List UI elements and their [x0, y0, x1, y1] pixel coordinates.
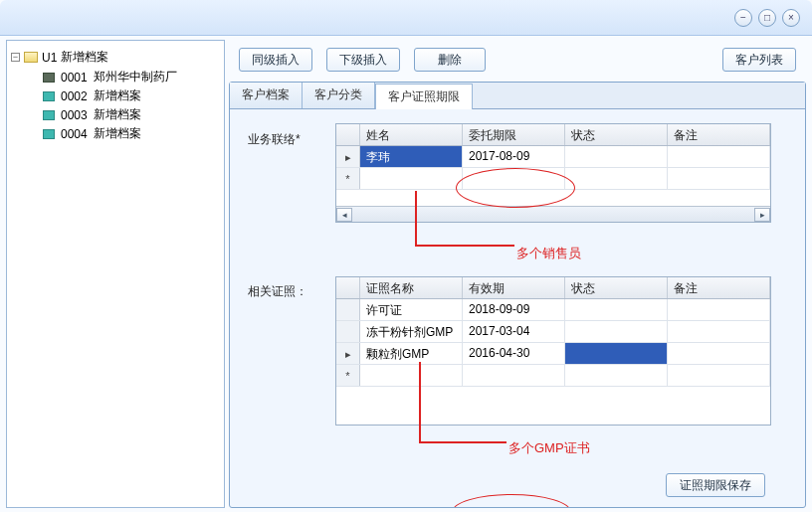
- insert-child-button[interactable]: 下级插入: [326, 48, 400, 72]
- record-icon: [43, 129, 55, 139]
- tree-item-0003[interactable]: 0003 新增档案: [11, 105, 220, 124]
- annotation-multi-sales: 多个销售员: [516, 245, 581, 262]
- delete-button[interactable]: 删除: [414, 48, 486, 72]
- tree-item-label: 新增档案: [94, 87, 141, 104]
- tree-item-0004[interactable]: 0004 新增档案: [11, 124, 220, 143]
- cell-cert[interactable]: 颗粒剂GMP: [360, 343, 463, 364]
- cell-note[interactable]: [668, 321, 770, 342]
- new-row[interactable]: *: [336, 168, 770, 190]
- cell-name[interactable]: 李玮: [360, 146, 463, 167]
- cell-note[interactable]: [668, 299, 770, 320]
- license-grid-header: 证照名称 有效期 状态 备注: [336, 277, 770, 299]
- tab-category[interactable]: 客户分类: [303, 83, 375, 108]
- cell-note[interactable]: [668, 146, 770, 167]
- horizontal-scrollbar[interactable]: ◂ ▸: [336, 206, 770, 222]
- col-note[interactable]: 备注: [668, 277, 770, 298]
- tree-item-label: 新增档案: [94, 106, 141, 123]
- record-icon: [43, 73, 55, 83]
- cell-status[interactable]: [565, 321, 668, 342]
- maximize-button[interactable]: □: [758, 9, 776, 27]
- save-license-button[interactable]: 证照期限保存: [666, 473, 765, 497]
- annotation-multi-gmp: 多个GMP证书: [508, 439, 590, 457]
- license-label: 相关证照：: [248, 283, 307, 300]
- col-status[interactable]: 状态: [565, 124, 668, 145]
- customer-list-button[interactable]: 客户列表: [722, 48, 796, 72]
- insert-same-button[interactable]: 同级插入: [239, 48, 312, 72]
- annotation-line: [419, 441, 507, 443]
- col-name[interactable]: 姓名: [360, 124, 463, 145]
- tree-item-label: 郑州华中制药厂: [94, 69, 177, 85]
- cell-cert[interactable]: 冻干粉针剂GMP: [360, 321, 463, 342]
- cell-status[interactable]: [565, 299, 668, 320]
- tab-license[interactable]: 客户证照期限: [375, 84, 473, 109]
- folder-icon: [24, 52, 38, 63]
- cell-valid[interactable]: 2016-04-30: [463, 343, 565, 364]
- contact-grid[interactable]: 姓名 委托期限 状态 备注 ▸ 李玮 2017-08-09 *: [335, 123, 771, 223]
- toolbar: 同级插入 下级插入 删除 客户列表: [229, 40, 806, 78]
- contact-grid-header: 姓名 委托期限 状态 备注: [336, 124, 770, 146]
- cell-valid[interactable]: 2017-03-04: [463, 321, 565, 342]
- tab-body: 业务联络* 相关证照： 姓名 委托期限 状态 备注 ▸ 李玮 2017-08-0…: [230, 109, 805, 507]
- cell-note[interactable]: [668, 343, 770, 364]
- license-grid[interactable]: 证照名称 有效期 状态 备注 许可证 2018-09-09 冻干: [335, 276, 771, 426]
- scroll-right-icon[interactable]: ▸: [754, 208, 770, 222]
- tree-item-label: 新增档案: [94, 125, 141, 142]
- contact-label: 业务联络*: [248, 131, 301, 148]
- record-icon: [43, 110, 55, 120]
- cell-date[interactable]: 2017-08-09: [463, 146, 565, 167]
- row-indicator-icon: ▸: [336, 343, 360, 364]
- minimize-button[interactable]: −: [734, 9, 752, 27]
- col-valid[interactable]: 有效期: [463, 277, 565, 298]
- tree-item-code: 0002: [61, 89, 88, 103]
- cell-valid[interactable]: 2018-09-09: [463, 299, 565, 320]
- tree-root-label: 新增档案: [61, 49, 108, 66]
- cell-status[interactable]: [565, 146, 668, 167]
- annotation-circle: [452, 494, 571, 507]
- record-icon: [43, 91, 55, 101]
- collapse-icon[interactable]: −: [11, 53, 20, 62]
- new-row-icon: *: [336, 168, 360, 189]
- tab-archive[interactable]: 客户档案: [230, 83, 303, 108]
- tree-root[interactable]: − U1 新增档案: [11, 49, 220, 66]
- tree-panel: − U1 新增档案 0001 郑州华中制药厂 0002 新增档案 0003 新增…: [6, 40, 225, 508]
- table-row[interactable]: ▸ 李玮 2017-08-09: [336, 146, 770, 168]
- table-row[interactable]: 冻干粉针剂GMP 2017-03-04: [336, 321, 770, 343]
- tree-item-code: 0004: [61, 127, 88, 141]
- tree-item-code: 0003: [61, 108, 88, 122]
- tree-item-0002[interactable]: 0002 新增档案: [11, 86, 220, 105]
- cell-cert[interactable]: 许可证: [360, 299, 463, 320]
- col-note[interactable]: 备注: [668, 124, 770, 145]
- tree-item-code: 0001: [61, 71, 88, 85]
- col-date[interactable]: 委托期限: [463, 124, 565, 145]
- tree-root-code: U1: [42, 51, 57, 65]
- close-button[interactable]: ×: [782, 9, 800, 27]
- title-bar: − □ ×: [0, 0, 812, 36]
- scroll-left-icon[interactable]: ◂: [336, 208, 352, 222]
- tab-strip: 客户档案 客户分类 客户证照期限: [230, 83, 805, 109]
- col-cert-name[interactable]: 证照名称: [360, 277, 463, 298]
- col-status[interactable]: 状态: [565, 277, 668, 298]
- right-panel: 同级插入 下级插入 删除 客户列表 客户档案 客户分类 客户证照期限 业务联络*…: [227, 36, 812, 512]
- cell-status[interactable]: [565, 343, 668, 364]
- main-area: − U1 新增档案 0001 郑州华中制药厂 0002 新增档案 0003 新增…: [0, 36, 812, 512]
- table-row[interactable]: ▸ 颗粒剂GMP 2016-04-30: [336, 343, 770, 365]
- new-row-icon: *: [336, 365, 360, 386]
- annotation-line: [415, 245, 514, 247]
- content-box: 客户档案 客户分类 客户证照期限 业务联络* 相关证照： 姓名 委托期限 状态 …: [229, 82, 806, 508]
- new-row[interactable]: *: [336, 365, 770, 387]
- table-row[interactable]: 许可证 2018-09-09: [336, 299, 770, 321]
- row-indicator-icon: ▸: [336, 146, 360, 167]
- tree-item-0001[interactable]: 0001 郑州华中制药厂: [11, 68, 220, 86]
